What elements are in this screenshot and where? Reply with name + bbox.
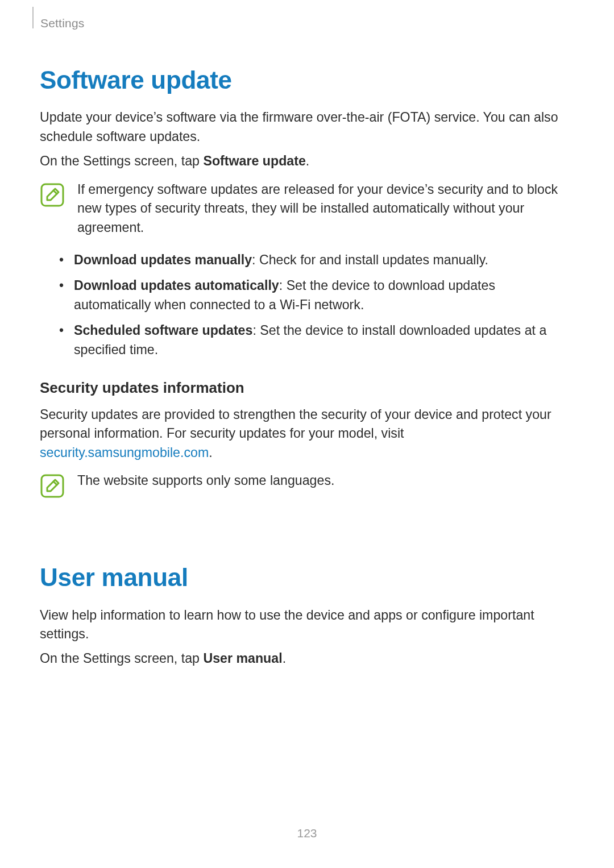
note-text: If emergency software updates are releas… — [77, 180, 574, 243]
user-manual-intro: View help information to learn how to us… — [40, 606, 574, 644]
svg-rect-1 — [42, 475, 63, 497]
bullet-desc: : Check for and install updates manually… — [252, 252, 488, 267]
note-emergency-updates: If emergency software updates are releas… — [40, 180, 574, 243]
bullet-download-manually: Download updates manually: Check for and… — [59, 251, 574, 269]
pencil-note-icon — [40, 474, 65, 499]
instruction-suffix: . — [306, 153, 309, 168]
instruction-prefix: On the Settings screen, tap — [40, 651, 203, 666]
content: Software update Update your device’s sof… — [40, 63, 574, 668]
instruction-suffix: . — [283, 651, 286, 666]
security-updates-body: Security updates are provided to strengt… — [40, 405, 574, 462]
bullet-download-automatically: Download updates automatically: Set the … — [59, 276, 574, 314]
bullet-term: Download updates manually — [74, 252, 252, 267]
note-icon — [40, 182, 65, 207]
note-body: If emergency software updates are releas… — [77, 180, 574, 237]
bullet-scheduled-updates: Scheduled software updates: Set the devi… — [59, 321, 574, 359]
svg-rect-0 — [42, 184, 63, 206]
note-text: The website supports only some languages… — [77, 471, 574, 496]
bullet-term: Download updates automatically — [74, 278, 279, 293]
heading-user-manual: User manual — [40, 560, 574, 595]
header-rule — [32, 7, 34, 28]
note-icon — [40, 474, 65, 499]
bullet-term: Scheduled software updates — [74, 323, 252, 338]
software-update-instruction: On the Settings screen, tap Software upd… — [40, 152, 574, 171]
note-website-languages: The website supports only some languages… — [40, 471, 574, 499]
security-body-prefix: Security updates are provided to strengt… — [40, 407, 551, 441]
page: Settings Software update Update your dev… — [0, 0, 614, 868]
pencil-note-icon — [40, 182, 65, 207]
software-update-bullets: Download updates manually: Check for and… — [40, 251, 574, 359]
heading-software-update: Software update — [40, 63, 574, 98]
security-body-suffix: . — [209, 445, 212, 460]
heading-security-updates-info: Security updates information — [40, 377, 574, 398]
software-update-intro: Update your device’s software via the fi… — [40, 108, 574, 146]
instruction-bold: Software update — [203, 153, 305, 168]
user-manual-instruction: On the Settings screen, tap User manual. — [40, 649, 574, 668]
security-link[interactable]: security.samsungmobile.com — [40, 445, 209, 460]
instruction-bold: User manual — [203, 651, 282, 666]
instruction-prefix: On the Settings screen, tap — [40, 153, 203, 168]
header-section-label: Settings — [40, 15, 84, 32]
page-number: 123 — [0, 825, 614, 842]
note-body: The website supports only some languages… — [77, 471, 574, 490]
